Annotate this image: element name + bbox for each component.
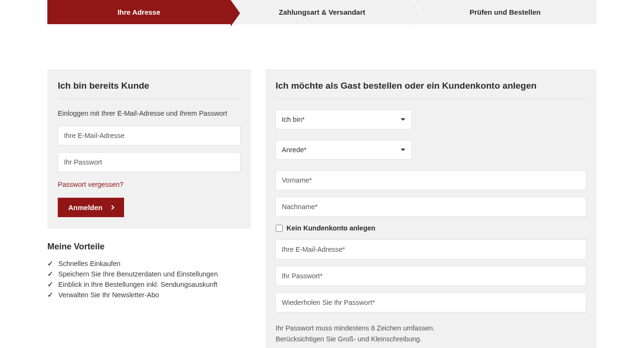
login-password-input[interactable] bbox=[58, 152, 241, 172]
no-account-label[interactable]: Kein Kundenkonto anlegen bbox=[286, 224, 376, 232]
login-subtext: Einloggen mit Ihrer E-Mail-Adresse und I… bbox=[58, 110, 241, 117]
benefits-list: Schnelles Einkaufen Speichern Sie Ihre B… bbox=[47, 258, 251, 300]
no-account-checkbox[interactable] bbox=[276, 225, 283, 232]
salutation-select[interactable]: Anrede* bbox=[276, 140, 412, 160]
customer-type-select-wrap: Ich bin* bbox=[276, 110, 412, 129]
login-panel: Ich bin bereits Kunde Einloggen mit Ihre… bbox=[47, 69, 251, 229]
customer-type-select[interactable]: Ich bin* bbox=[276, 110, 412, 129]
benefit-item: Einblick in Ihre Bestellungen inkl. Send… bbox=[47, 279, 251, 290]
register-password-input[interactable] bbox=[276, 266, 586, 286]
register-panel: Ich möchte als Gast bestellen oder ein K… bbox=[265, 69, 597, 348]
login-submit-label: Anmelden bbox=[68, 203, 103, 211]
benefit-item: Speichern Sie Ihre Benutzerdaten und Ein… bbox=[47, 269, 251, 279]
benefits-section: Meine Vorteile Schnelles Einkaufen Speic… bbox=[47, 242, 251, 300]
register-email-input[interactable] bbox=[276, 239, 586, 259]
login-submit-button[interactable]: Anmelden bbox=[58, 198, 124, 217]
password-hint: Ihr Passwort muss mindestens 8 Zeichen u… bbox=[276, 323, 586, 345]
benefit-item: Schnelles Einkaufen bbox=[47, 258, 251, 269]
step-review-order[interactable]: Prüfen und Bestellen bbox=[413, 0, 597, 24]
step-label: Ihre Adresse bbox=[117, 8, 160, 16]
register-heading: Ich möchte als Gast bestellen oder ein K… bbox=[276, 81, 586, 99]
firstname-input[interactable] bbox=[276, 170, 586, 190]
login-heading: Ich bin bereits Kunde bbox=[58, 81, 241, 99]
forgot-password-link[interactable]: Passwort vergessen? bbox=[58, 181, 124, 188]
register-password-confirm-input[interactable] bbox=[276, 293, 586, 312]
lastname-input[interactable] bbox=[276, 197, 586, 217]
salutation-select-wrap: Anrede* bbox=[276, 140, 412, 160]
step-label: Prüfen und Bestellen bbox=[470, 8, 541, 16]
step-payment-shipping[interactable]: Zahlungsart & Versandart bbox=[231, 0, 414, 24]
step-label: Zahlungsart & Versandart bbox=[279, 8, 366, 16]
benefits-heading: Meine Vorteile bbox=[47, 242, 251, 252]
chevron-right-icon bbox=[109, 205, 114, 210]
login-email-input[interactable] bbox=[58, 126, 241, 146]
benefit-item: Verwalten Sie Ihr Newsletter-Abo bbox=[47, 290, 251, 300]
step-address[interactable]: Ihre Adresse bbox=[47, 0, 231, 24]
checkout-steps: Ihre Adresse Zahlungsart & Versandart Pr… bbox=[47, 0, 597, 24]
